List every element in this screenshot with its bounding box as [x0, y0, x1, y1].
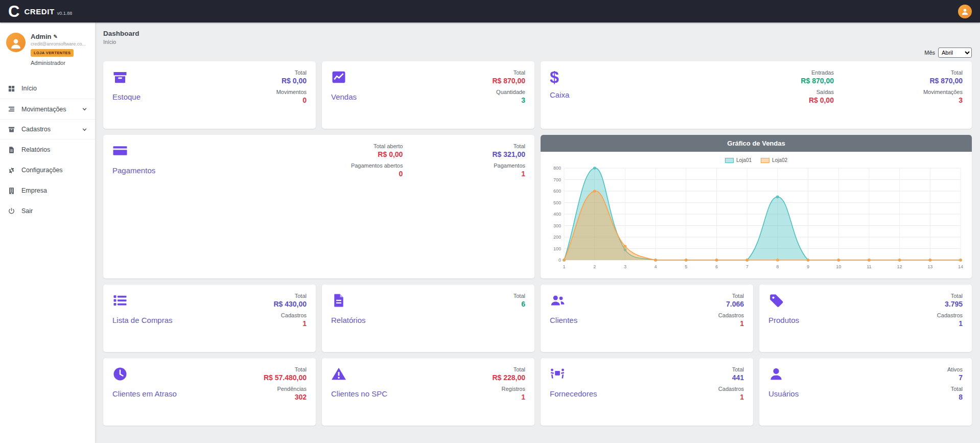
app-layout: Admin ✎ credit@anronsoftware.co... LOJA …: [0, 22, 980, 443]
stat: Cadastros 1: [718, 312, 744, 328]
card-title: Usuários: [768, 389, 963, 398]
card-pagamentos[interactable]: Pagamentos Total aberto R$ 0,00 Pagament…: [103, 135, 534, 278]
page-title: Dashboard: [103, 30, 972, 37]
person-icon: [10, 37, 22, 50]
stat: Movimentos 0: [276, 89, 307, 104]
file-icon: [331, 293, 346, 308]
card-usuarios[interactable]: Usuários Ativos 7 Total 8: [759, 358, 972, 426]
credit-card-icon: [112, 143, 128, 158]
sales-area-chart: 0100200300400500600700800123456789101112…: [547, 164, 966, 271]
card-stats: Total R$ 57.480,00 Pendências 302: [264, 366, 307, 405]
card-produtos[interactable]: Produtos Total 3.795 Cadastros 1: [759, 285, 972, 352]
stat: Total R$ 0,00: [276, 69, 307, 85]
sidebar-item-cadastros[interactable]: Cadastros: [0, 119, 95, 139]
stat-value: 1: [492, 393, 525, 401]
svg-text:500: 500: [553, 200, 561, 205]
card-stats: Total R$ 870,00 Quantidade 3: [492, 69, 525, 108]
svg-text:0: 0: [558, 258, 561, 263]
user-email: credit@anronsoftware.co...: [31, 41, 86, 46]
legend-swatch: [725, 158, 734, 163]
stat-label: Quantidade: [492, 89, 525, 95]
stat: Total R$ 57.480,00: [264, 366, 307, 382]
sidebar-item-relatorios[interactable]: Relatórios: [0, 139, 95, 160]
legend-loja02[interactable]: Loja02: [761, 157, 787, 163]
card-stats: Total 441 Cadastros 1: [718, 366, 744, 405]
stat-value: R$ 870,00: [801, 77, 834, 85]
stat-label: Cadastros: [718, 312, 744, 318]
stat: Cadastros 1: [718, 386, 744, 401]
sidebar-item-sair[interactable]: Sair: [0, 201, 95, 221]
card-relatorios[interactable]: Relatórios Total 6: [322, 285, 534, 352]
stat: Total 8: [947, 386, 963, 401]
stat-value: R$ 0,00: [801, 96, 834, 104]
month-select[interactable]: Abril: [938, 48, 972, 58]
legend-loja01[interactable]: Loja01: [725, 157, 752, 163]
sidebar-item-empresa[interactable]: Empresa: [0, 180, 95, 201]
stat-column: Entradas R$ 870,00 Saídas R$ 0,00: [801, 69, 834, 108]
stat-value: 3: [492, 96, 525, 104]
chart-title: Gráfico de Vendas: [541, 135, 972, 152]
card-fornecedores[interactable]: Fornecedores Total 441 Cadastros 1: [541, 358, 753, 426]
cards-grid: Estoque Total R$ 0,00 Movimentos 0 Venda…: [103, 61, 972, 426]
users-icon: [550, 293, 565, 308]
stat-value: 8: [947, 393, 963, 401]
card-clientes-spc[interactable]: Clientes no SPC Total R$ 228,00 Registro…: [322, 358, 534, 426]
app-version: v0.1.88: [57, 11, 73, 16]
edit-profile-icon[interactable]: ✎: [53, 34, 57, 39]
stat-value: R$ 228,00: [492, 374, 525, 382]
stat: Movimentações 3: [923, 89, 963, 104]
svg-text:4: 4: [655, 264, 657, 269]
sidebar-item-movimentacoes[interactable]: Movimentações: [0, 99, 95, 119]
legend-swatch: [761, 158, 769, 163]
stat-value: 0: [351, 170, 403, 178]
svg-text:100: 100: [553, 246, 561, 251]
card-grafico-vendas: Gráfico de Vendas Loja01 Loja02 01002003…: [541, 135, 972, 278]
stat-value: R$ 430,00: [273, 300, 307, 308]
card-clientes[interactable]: Clientes Total 7.066 Cadastros 1: [541, 285, 753, 352]
sidebar-item-inicio[interactable]: Início: [0, 78, 95, 99]
box-icon: [8, 126, 15, 133]
sidebar-menu: Início Movimentações Cadastros Relatório…: [0, 78, 95, 221]
stat: Total R$ 870,00: [492, 69, 525, 85]
svg-text:800: 800: [553, 166, 561, 171]
card-lista-compras[interactable]: Lista de Compras Total R$ 430,00 Cadastr…: [103, 285, 316, 352]
stat-label: Movimentações: [923, 89, 963, 95]
stat-column: Total aberto R$ 0,00 Pagamentos abertos …: [351, 143, 403, 182]
sidebar-item-label: Início: [21, 85, 37, 92]
svg-text:8: 8: [776, 264, 779, 269]
svg-text:3: 3: [624, 264, 626, 269]
sidebar-item-label: Configurações: [21, 167, 63, 174]
sidebar-item-label: Relatórios: [21, 146, 50, 153]
stat-label: Total: [273, 293, 307, 299]
stat-label: Total: [923, 69, 963, 76]
card-stats: Total 7.066 Cadastros 1: [718, 293, 744, 332]
card-stats: Total R$ 0,00 Movimentos 0: [276, 69, 307, 108]
stat-column: Total R$ 870,00 Movimentações 3: [923, 69, 963, 108]
card-caixa[interactable]: $ Caixa Entradas R$ 870,00 Saídas R$ 0,0…: [541, 61, 972, 129]
gear-icon: [8, 167, 15, 174]
stat-value: 7: [947, 374, 963, 382]
stat-value: 1: [937, 319, 963, 328]
card-clientes-atraso[interactable]: Clientes em Atraso Total R$ 57.480,00 Pe…: [103, 358, 316, 426]
stat-value: 1: [492, 170, 525, 178]
stat-label: Total: [492, 366, 525, 372]
stat-label: Total: [276, 69, 307, 76]
stat: Total aberto R$ 0,00: [351, 143, 403, 158]
card-stats: Total 6: [514, 293, 525, 312]
stat-value: R$ 57.480,00: [264, 374, 307, 382]
card-stats: Total aberto R$ 0,00 Pagamentos abertos …: [351, 143, 525, 182]
stat: Cadastros 1: [937, 312, 963, 328]
card-stats: Ativos 7 Total 8: [947, 366, 963, 405]
stat-value: 3: [923, 96, 963, 104]
user-menu-avatar[interactable]: [958, 5, 972, 18]
sidebar-item-configuracoes[interactable]: Configurações: [0, 160, 95, 180]
stat-label: Total: [492, 69, 525, 76]
stat: Total R$ 870,00: [923, 69, 963, 85]
chevron-down-icon: [82, 106, 87, 112]
stat-value: R$ 870,00: [923, 77, 963, 85]
stat-value: 3.795: [937, 300, 963, 308]
svg-text:13: 13: [927, 264, 932, 269]
card-vendas[interactable]: Vendas Total R$ 870,00 Quantidade 3: [322, 61, 534, 129]
svg-text:10: 10: [836, 264, 841, 269]
card-estoque[interactable]: Estoque Total R$ 0,00 Movimentos 0: [103, 61, 316, 129]
